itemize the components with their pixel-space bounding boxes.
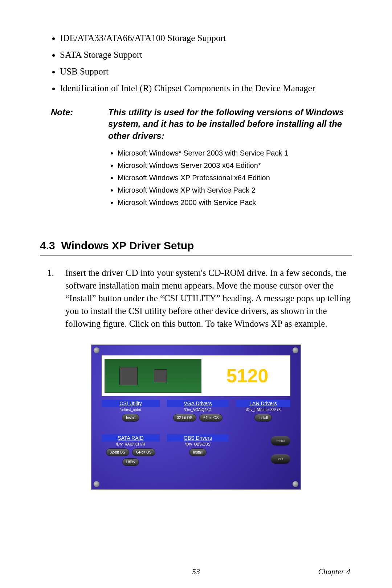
- section-path: \infinst_auto\: [102, 408, 160, 412]
- os32-button[interactable]: 32-bit OS: [173, 414, 196, 422]
- section-vga: VGA Drivers \Drv_VGA\Q45G 32-bit OS 64-b…: [167, 400, 229, 422]
- section-title: OBS Drivers: [167, 434, 229, 442]
- section-title: SATA RAID: [102, 434, 160, 442]
- os64-button[interactable]: 64-bit OS: [199, 414, 222, 422]
- utility-button[interactable]: Utility: [122, 458, 139, 466]
- motherboard-image: [105, 359, 201, 393]
- step-text: Insert the driver CD into your system's …: [65, 266, 352, 330]
- section-lan: LAN Drivers \Drv_LAN\Intel 82573 Install: [236, 400, 290, 422]
- installer-header: 5120: [102, 355, 290, 396]
- list-item: Microsoft Windows Server 2003 x64 Editio…: [118, 159, 352, 172]
- screw-icon: [94, 347, 99, 353]
- list-item: USB Support: [60, 64, 352, 79]
- section-obs: OBS Drivers \Drv_OBS\OBS Install: [167, 434, 229, 456]
- note-items: Microsoft Windows* Server 2003 with Serv…: [108, 147, 352, 209]
- section-path: \Drv_RAID\ICH7R: [102, 442, 160, 446]
- product-number: 5120: [204, 365, 290, 387]
- note-block: Note: This utility is used for the follo…: [51, 106, 352, 209]
- list-item: IDE/ATA33/ATA66/ATA100 Storage Support: [60, 31, 352, 45]
- menu-button[interactable]: menu: [271, 436, 290, 446]
- section-csi: CSI Utility \infinst_auto\ Install: [102, 400, 160, 422]
- section-title: VGA Drivers: [167, 400, 229, 407]
- step-number: 1.: [40, 266, 65, 330]
- install-button[interactable]: Install: [122, 414, 139, 422]
- os32-button[interactable]: 32-bit OS: [106, 448, 129, 456]
- list-item: SATA Storage Support: [60, 48, 352, 62]
- exit-button[interactable]: exit: [271, 454, 290, 464]
- installer-screenshot: 5120 CSI Utility \infinst_auto\ Install …: [91, 345, 301, 490]
- section-path: \Drv_LAN\Intel 82573: [236, 408, 290, 412]
- step-1: 1. Insert the driver CD into your system…: [40, 266, 352, 330]
- install-button[interactable]: Install: [254, 414, 272, 422]
- section-path: \Drv_OBS\OBS: [167, 442, 229, 446]
- os64-button[interactable]: 64-bit OS: [132, 448, 155, 456]
- section-title: LAN Drivers: [236, 400, 290, 407]
- section-title: CSI Utility: [102, 400, 160, 407]
- section-title: Windows XP Driver Setup: [61, 239, 194, 251]
- list-item: Microsoft Windows XP with Service Pack 2: [118, 184, 352, 196]
- install-button[interactable]: Install: [189, 448, 207, 456]
- chapter-label: Chapter 4: [318, 567, 350, 576]
- list-item: Microsoft Windows XP Professional x64 Ed…: [118, 172, 352, 184]
- feature-list: IDE/ATA33/ATA66/ATA100 Storage Support S…: [40, 31, 352, 96]
- list-item: Microsoft Windows 2000 with Service Pack: [118, 196, 352, 209]
- list-item: Microsoft Windows* Server 2003 with Serv…: [118, 147, 352, 159]
- list-item: Identification of Intel (R) Chipset Comp…: [60, 81, 352, 96]
- note-label: Note:: [51, 106, 108, 142]
- section-heading: 4.3 Windows XP Driver Setup: [40, 239, 352, 255]
- section-number: 4.3: [40, 239, 55, 251]
- screw-icon: [94, 481, 99, 487]
- section-sata: SATA RAID \Drv_RAID\ICH7R 32-bit OS 64-b…: [102, 434, 160, 466]
- note-body: This utility is used for the following v…: [108, 106, 352, 142]
- screw-icon: [293, 481, 298, 487]
- page-number: 53: [192, 567, 200, 576]
- screw-icon: [293, 347, 298, 353]
- section-path: \Drv_VGA\Q45G: [167, 408, 229, 412]
